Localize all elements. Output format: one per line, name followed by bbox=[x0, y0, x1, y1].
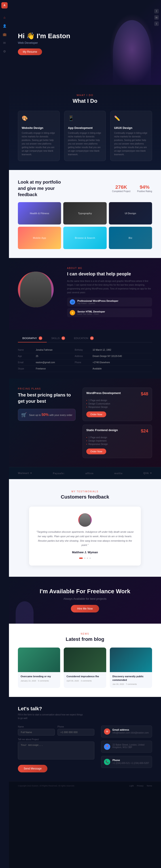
blog-card-1[interactable]: Overcame breeding or my January 10, 2020… bbox=[18, 648, 60, 688]
field-address-val: Dream Design NY 10120-540 bbox=[92, 353, 152, 360]
stat-rating: 94% Positive Rating bbox=[137, 184, 152, 192]
form-textarea-project[interactable] bbox=[18, 742, 95, 760]
freelance-section: I'm Available For Freelance Work Always … bbox=[9, 577, 161, 624]
social-twitter[interactable]: t bbox=[154, 22, 159, 26]
dot-1[interactable] bbox=[79, 558, 83, 559]
about-content: ABOUT ME I can develop that help people … bbox=[67, 267, 152, 321]
hire-button[interactable]: Hire Me Now bbox=[71, 605, 99, 613]
contact-title: Let's talk? bbox=[18, 706, 152, 712]
what-i-do-section: WHAT I DO What I Do 🎨 Website Design Con… bbox=[9, 85, 161, 170]
sidebar-icon-home[interactable]: ⌂ bbox=[2, 15, 7, 20]
order-button-wp[interactable]: Order Now bbox=[86, 411, 106, 417]
form-input-name[interactable] bbox=[18, 729, 55, 736]
blog-post-title-2: Considered imprudence fhe bbox=[66, 675, 103, 678]
tab-education[interactable]: EDUCATION 03 bbox=[70, 334, 98, 342]
job-item-wordpress: 🔵 Professional WordPress Developer Top R… bbox=[67, 298, 152, 306]
social-facebook[interactable]: f bbox=[154, 9, 159, 13]
portfolio-item-1[interactable]: Health & Fitness bbox=[18, 202, 61, 224]
blog-post-title-3: Discovery earnestly public commended bbox=[112, 675, 150, 682]
resume-button[interactable]: My Resume bbox=[18, 49, 42, 55]
tab-biography[interactable]: BIOGRAPHY 01 bbox=[18, 334, 47, 342]
what-i-do-label: WHAT I DO bbox=[18, 94, 152, 96]
price-card-info-wp: WordPress Development bbox=[86, 391, 121, 395]
blog-content-1: Overcame breeding or my January 10, 2020… bbox=[18, 672, 60, 684]
portfolio-item-5[interactable]: Browse & Search bbox=[63, 227, 106, 249]
field-birthday-label: Birthday bbox=[75, 347, 92, 353]
about-section: ABOUT ME I can develop that help people … bbox=[9, 258, 161, 330]
sidebar-icon-user[interactable]: 👤 bbox=[2, 24, 7, 28]
info-email-val: info@easton.com click@easton.com bbox=[112, 732, 149, 734]
footer-link-light[interactable]: Light bbox=[129, 785, 134, 787]
form-group-name: Name bbox=[18, 725, 55, 736]
dot-3[interactable] bbox=[87, 558, 88, 559]
job-title-html: Senior HTML Developer bbox=[77, 310, 105, 313]
portfolio-item-4[interactable]: Mobile App bbox=[18, 227, 61, 249]
stat-number-rating: 94% bbox=[137, 184, 152, 190]
testimonial-author: Matthew J. Wyman bbox=[36, 551, 134, 554]
sidebar-icon-settings[interactable]: ⚙ bbox=[2, 49, 7, 54]
dot-2[interactable] bbox=[84, 558, 85, 559]
field-phone-label: Phone bbox=[75, 360, 92, 366]
tab-skills-label: SKILLS bbox=[51, 337, 59, 340]
field-age-label: Age bbox=[18, 353, 36, 360]
service-name-uiux: UI/UX Design bbox=[114, 126, 148, 129]
price-card-static: Static Frontend design $24 1 Page and de… bbox=[82, 425, 152, 458]
freelance-title: I'm Available For Freelance Work bbox=[18, 588, 152, 595]
info-card-phone: 📞 Phone +1 (234)-669-521 +1 (234)-669-52… bbox=[101, 756, 152, 768]
tab-skills[interactable]: SKILLS 02 bbox=[47, 334, 69, 342]
stat-label-rating: Positive Rating bbox=[137, 190, 152, 192]
portfolio-item-6[interactable]: Biz bbox=[109, 227, 152, 249]
portfolio-label-6: Biz bbox=[109, 227, 152, 249]
footer-link-terms[interactable]: Terms bbox=[147, 785, 152, 787]
price-card-header-wp: WordPress Development $48 bbox=[86, 391, 148, 397]
sidebar-icon-briefcase[interactable]: 💼 bbox=[2, 32, 7, 37]
main-content: Hi 👋 I'm Easton Web Developer My Resume … bbox=[9, 0, 161, 790]
job-sub-wordpress: Top Rated - Upwork bbox=[77, 302, 118, 305]
form-row-name-phone: Name Phone bbox=[18, 725, 95, 736]
social-linkedin[interactable]: in bbox=[154, 15, 159, 20]
price-card-title-wp: WordPress Development bbox=[86, 391, 121, 395]
service-desc-app: Continually engage in biting-edge niche … bbox=[68, 131, 102, 156]
contact-inner: Name Phone Tell me about Project Send Me… bbox=[18, 725, 152, 772]
stat-label-completed: Completed Project bbox=[112, 190, 130, 192]
blog-image-1 bbox=[18, 648, 60, 672]
job-icon-wordpress: 🔵 bbox=[70, 299, 75, 305]
portfolio-item-2[interactable]: Typography bbox=[63, 202, 106, 224]
badge-percentage: 50% bbox=[42, 413, 49, 416]
blog-label: NEWS bbox=[18, 632, 152, 635]
tab-education-num: 03 bbox=[90, 336, 94, 340]
table-row: Age 25 Address Dream Design NY 10120-540 bbox=[18, 353, 152, 360]
phone-icon: 📞 bbox=[104, 759, 110, 765]
blog-date-3: Jan 09, 2020 bbox=[112, 683, 124, 685]
tabs-row: BIOGRAPHY 01 SKILLS 02 EDUCATION 03 bbox=[18, 334, 152, 342]
price-card-amount-wp: $48 bbox=[141, 391, 148, 397]
price-card-title-static: Static Frontend design bbox=[86, 428, 118, 432]
sidebar: A ⌂ 👤 💼 ✉ ⚙ bbox=[0, 0, 9, 790]
service-card-uiux: ✏️ UI/UX Design Continually engage in bi… bbox=[110, 111, 152, 161]
blog-title: Latest from blog bbox=[18, 637, 152, 642]
dot-4[interactable] bbox=[89, 558, 91, 559]
blog-card-3[interactable]: Discovery earnestly public commended Jan… bbox=[110, 648, 152, 688]
blog-card-2[interactable]: Considered imprudence fhe April 09, 2020… bbox=[64, 648, 106, 688]
footer-link-privacy[interactable]: Privacy bbox=[137, 785, 143, 787]
portfolio-label-4: Mobile App bbox=[18, 227, 61, 249]
sidebar-logo[interactable]: A bbox=[1, 2, 8, 8]
portfolio-label-2: Typography bbox=[63, 202, 106, 224]
job-info-html: Senior HTML Developer Level Two Seller -… bbox=[77, 310, 105, 315]
order-button-static[interactable]: Order Now bbox=[86, 448, 106, 454]
form-input-phone[interactable] bbox=[57, 729, 95, 736]
portfolio-item-3[interactable]: UI Design bbox=[109, 202, 152, 224]
send-message-button[interactable]: Send Message bbox=[18, 765, 47, 772]
portfolio-label-3: UI Design bbox=[109, 202, 152, 224]
field-skype-val: Freelance bbox=[36, 366, 75, 372]
blog-post-title-1: Overcame breeding or my bbox=[21, 675, 57, 678]
testimonial-quote: "Targeting consultation discover apartme… bbox=[36, 530, 134, 548]
testimonial-avatar bbox=[78, 513, 92, 527]
blog-meta-1: January 10, 2020 5 comments bbox=[21, 680, 57, 682]
sidebar-icon-mail[interactable]: ✉ bbox=[2, 41, 7, 45]
field-phone-val: +2748 Elsewhere bbox=[92, 360, 152, 366]
field-age-val: 25 bbox=[36, 353, 75, 360]
blog-content-3: Discovery earnestly public commended Jan… bbox=[110, 672, 152, 688]
pricing-title: The best pricing plans to get your best bbox=[18, 392, 76, 404]
table-row: Name Jonaha Fathman Birthday 10 March 12… bbox=[18, 347, 152, 353]
